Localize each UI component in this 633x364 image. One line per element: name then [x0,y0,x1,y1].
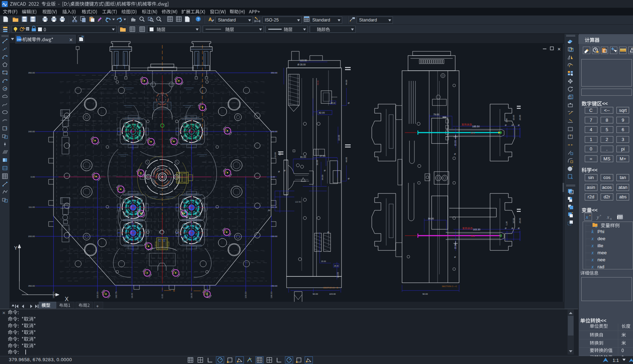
svg-text:26.00: 26.00 [519,115,521,120]
svg-text:Ø: Ø [327,231,329,233]
svg-text:100.00: 100.00 [96,292,99,298]
svg-text:Ø: Ø [512,227,513,229]
svg-text:Ø 28.00: Ø 28.00 [297,63,306,66]
svg-text:10.50: 10.50 [513,218,515,223]
svg-text:SECTION B—B: SECTION B—B [323,287,338,289]
svg-text:350.00: 350.00 [28,285,35,287]
svg-text:25.00: 25.00 [331,102,336,104]
svg-text:27.00: 27.00 [320,155,326,157]
svg-text:Ø: Ø [518,124,520,126]
svg-text:44.00: 44.00 [345,157,347,162]
svg-text:79.00: 79.00 [433,113,439,116]
svg-text:Ø: Ø [505,124,507,126]
svg-text:350.00: 350.00 [271,71,277,74]
svg-text:55.6: 55.6 [471,132,475,134]
svg-text:Ø: Ø [348,102,350,104]
svg-text:64.00: 64.00 [321,174,324,180]
svg-text:90.00: 90.00 [422,293,428,295]
svg-text:111.00: 111.00 [29,206,35,208]
svg-text:X: X [65,296,69,302]
svg-text:350.00: 350.00 [271,285,277,287]
svg-text:160.00: 160.00 [28,130,35,133]
svg-text:Ø: Ø [348,178,350,180]
svg-text:Ø: Ø [278,171,280,173]
svg-text:111.00: 111.00 [271,206,277,208]
svg-text:1.20: 1.20 [506,221,508,225]
svg-text:100.00: 100.00 [244,292,247,298]
svg-text:16.00: 16.00 [131,293,133,298]
svg-text:90.00: 90.00 [313,293,318,295]
svg-text:32.00: 32.00 [316,160,318,165]
svg-text:22.00: 22.00 [274,152,276,158]
svg-text:C: C [203,290,205,292]
svg-text:16.00: 16.00 [190,293,193,298]
svg-text:15.00: 15.00 [321,260,326,262]
svg-text:190.00: 190.00 [270,292,272,298]
svg-text:162.75: 162.75 [115,292,117,298]
svg-text:SECTION C—C: SECTION C—C [442,285,457,287]
svg-text:81.00: 81.00 [300,156,306,158]
svg-text:163.30: 163.30 [473,228,481,231]
svg-text:10.00: 10.00 [513,115,515,120]
svg-text:84.00: 84.00 [428,217,434,220]
svg-text:Ø: Ø [512,124,513,126]
svg-text:Y: Y [14,245,18,251]
svg-text:Ø: Ø [454,153,456,155]
svg-text:25.00: 25.00 [334,265,339,267]
svg-text:0.00: 0.00 [271,175,275,178]
svg-text:.50: .50 [268,209,270,211]
svg-text:Ø: Ø [518,227,520,229]
svg-text:200.00: 200.00 [28,235,35,237]
svg-text:2.00: 2.00 [506,118,508,122]
svg-text:0.00: 0.00 [161,294,163,298]
svg-text:30.00: 30.00 [454,140,457,146]
svg-text:103.00: 103.00 [329,293,336,295]
svg-text:185.50: 185.50 [472,125,480,128]
svg-text:0.00: 0.00 [31,175,35,178]
svg-text:122.50: 122.50 [300,59,307,62]
svg-text:200.00: 200.00 [271,235,277,237]
svg-text:82.00: 82.00 [319,111,325,114]
svg-text:44.00: 44.00 [345,79,347,85]
svg-text:25.00: 25.00 [519,218,521,223]
svg-text:122.50: 122.50 [295,201,301,203]
svg-text:Ø: Ø [505,227,507,229]
svg-text:Ø: Ø [324,170,326,172]
svg-text:R2.00: R2.00 [317,80,319,85]
svg-text:5.00: 5.00 [279,152,281,155]
svg-text:160.00: 160.00 [271,130,277,133]
svg-text:48.2: 48.2 [471,235,475,237]
svg-text:Ø: Ø [454,256,456,258]
svg-text:Ø: Ø [284,170,286,172]
svg-text:350.00: 350.00 [28,71,35,74]
svg-text:B: B [173,289,175,292]
